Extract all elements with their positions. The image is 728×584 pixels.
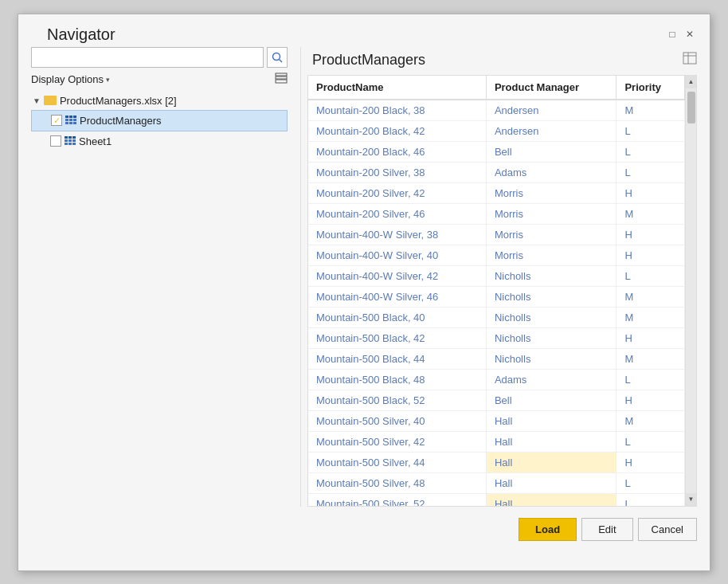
cell-manager: Adams bbox=[486, 369, 616, 390]
cell-priority: H bbox=[616, 224, 685, 245]
cell-priority: L bbox=[616, 265, 685, 286]
table-row: Mountain-400-W Silver, 38MorrisH bbox=[308, 224, 685, 245]
cell-manager: Hall bbox=[486, 452, 616, 472]
sheet1-label: Sheet1 bbox=[79, 135, 112, 147]
cell-product-name: Mountain-500 Silver, 40 bbox=[308, 410, 486, 431]
preview-title-text: ProductManagers bbox=[312, 52, 425, 69]
table-row: Mountain-500 Black, 40NichollsM bbox=[308, 307, 685, 327]
svg-rect-4 bbox=[276, 80, 287, 83]
cell-product-name: Mountain-500 Silver, 42 bbox=[308, 431, 486, 452]
svg-rect-5 bbox=[683, 53, 696, 64]
cell-product-name: Mountain-400-W Silver, 46 bbox=[308, 286, 486, 307]
cell-priority: H bbox=[616, 245, 685, 265]
view-toggle-button[interactable] bbox=[275, 73, 288, 87]
cell-manager: Andersen bbox=[486, 100, 616, 121]
cell-product-name: Mountain-500 Black, 44 bbox=[308, 348, 486, 369]
tree-item-product-managers[interactable]: ✓ bbox=[31, 110, 288, 131]
cell-priority: M bbox=[616, 286, 685, 307]
cell-product-name: Mountain-200 Silver, 46 bbox=[308, 203, 486, 224]
cell-product-name: Mountain-500 Silver, 48 bbox=[308, 472, 486, 493]
cell-manager: Andersen bbox=[486, 120, 616, 141]
cell-manager: Bell bbox=[486, 141, 616, 162]
cell-manager: Bell bbox=[486, 390, 616, 410]
cell-product-name: Mountain-500 Black, 40 bbox=[308, 307, 486, 327]
dialog-title: Navigator bbox=[47, 25, 115, 44]
svg-rect-3 bbox=[276, 76, 287, 79]
data-table: ProductName Product Manager Priority Mou… bbox=[308, 76, 685, 506]
scroll-up-button[interactable]: ▲ bbox=[686, 76, 697, 88]
cell-priority: H bbox=[616, 390, 685, 410]
preview-icon-button[interactable] bbox=[683, 52, 697, 68]
table-row: Mountain-400-W Silver, 42NichollsL bbox=[308, 265, 685, 286]
edit-button[interactable]: Edit bbox=[581, 518, 632, 541]
cell-manager: Nicholls bbox=[486, 286, 616, 307]
table-row: Mountain-500 Silver, 48HallL bbox=[308, 472, 685, 493]
table-row: Mountain-500 Black, 44NichollsM bbox=[308, 348, 685, 369]
cell-product-name: Mountain-200 Black, 38 bbox=[308, 100, 486, 121]
display-options-label: Display Options bbox=[31, 73, 104, 85]
table-row: Mountain-200 Silver, 42MorrisH bbox=[308, 182, 685, 203]
cell-product-name: Mountain-200 Silver, 38 bbox=[308, 162, 486, 182]
table-row: Mountain-400-W Silver, 46NichollsM bbox=[308, 286, 685, 307]
cell-manager: Nicholls bbox=[486, 327, 616, 348]
table-row: Mountain-200 Silver, 46MorrisM bbox=[308, 203, 685, 224]
cell-manager: Morris bbox=[486, 203, 616, 224]
table-row: Mountain-200 Silver, 38AdamsL bbox=[308, 162, 685, 182]
minimize-button[interactable]: □ bbox=[665, 27, 679, 41]
navigator-dialog: Navigator □ ✕ Display Options bbox=[18, 14, 710, 571]
table-header: ProductName Product Manager Priority bbox=[308, 76, 685, 100]
table-row: Mountain-500 Black, 42NichollsH bbox=[308, 327, 685, 348]
cell-priority: L bbox=[616, 162, 685, 182]
checkbox-sheet1[interactable] bbox=[50, 135, 61, 147]
cell-priority: L bbox=[616, 120, 685, 141]
col-product-manager: Product Manager bbox=[486, 76, 616, 100]
cell-manager: Hall bbox=[486, 431, 616, 452]
display-options-button[interactable]: Display Options ▾ bbox=[31, 73, 110, 85]
cell-product-name: Mountain-200 Black, 42 bbox=[308, 120, 486, 141]
file-name: ProductManagers.xlsx [2] bbox=[60, 95, 177, 107]
cell-priority: H bbox=[616, 182, 685, 203]
search-row bbox=[31, 47, 288, 68]
cell-manager: Hall bbox=[486, 410, 616, 431]
scroll-down-button[interactable]: ▼ bbox=[686, 493, 697, 506]
tree-container: ▼ ProductManagers.xlsx [2] ✓ bbox=[31, 92, 288, 507]
tree-item-sheet1[interactable]: Sheet1 bbox=[31, 131, 288, 151]
file-item: ▼ ProductManagers.xlsx [2] bbox=[31, 92, 288, 110]
table-row: Mountain-500 Silver, 52HallL bbox=[308, 493, 685, 506]
cell-product-name: Mountain-200 Black, 46 bbox=[308, 141, 486, 162]
cell-product-name: Mountain-500 Black, 42 bbox=[308, 327, 486, 348]
table-icon-product-managers bbox=[65, 116, 76, 125]
dialog-body: Display Options ▾ ▼ ProductManag bbox=[18, 47, 710, 507]
cell-product-name: Mountain-500 Black, 48 bbox=[308, 369, 486, 390]
search-icon[interactable] bbox=[267, 47, 288, 68]
load-button[interactable]: Load bbox=[519, 518, 577, 541]
tree-expand-arrow[interactable]: ▼ bbox=[33, 96, 41, 105]
cell-product-name: Mountain-400-W Silver, 42 bbox=[308, 265, 486, 286]
search-input[interactable] bbox=[31, 47, 264, 68]
cell-priority: M bbox=[616, 348, 685, 369]
data-table-wrapper: ProductName Product Manager Priority Mou… bbox=[307, 75, 697, 507]
right-panel: ProductManagers ProductName bbox=[307, 47, 697, 507]
cell-priority: L bbox=[616, 472, 685, 493]
cell-priority: L bbox=[616, 141, 685, 162]
scroll-track[interactable] bbox=[686, 88, 697, 493]
table-row: Mountain-500 Black, 52BellH bbox=[308, 390, 685, 410]
cell-priority: H bbox=[616, 452, 685, 472]
cell-product-name: Mountain-400-W Silver, 38 bbox=[308, 224, 486, 245]
preview-header: ProductManagers bbox=[307, 47, 697, 75]
vertical-divider bbox=[300, 47, 301, 507]
table-row: Mountain-200 Black, 38AndersenM bbox=[308, 100, 685, 121]
cell-manager: Hall bbox=[486, 493, 616, 506]
cell-priority: M bbox=[616, 410, 685, 431]
title-bar-buttons: □ ✕ bbox=[665, 27, 697, 41]
cell-manager: Adams bbox=[486, 162, 616, 182]
scroll-thumb[interactable] bbox=[687, 92, 695, 123]
table-row: Mountain-500 Silver, 40HallM bbox=[308, 410, 685, 431]
cell-product-name: Mountain-400-W Silver, 40 bbox=[308, 245, 486, 265]
cell-product-name: Mountain-500 Black, 52 bbox=[308, 390, 486, 410]
close-button[interactable]: ✕ bbox=[683, 27, 697, 41]
cell-priority: L bbox=[616, 493, 685, 506]
cancel-button[interactable]: Cancel bbox=[638, 518, 697, 541]
scrollbar[interactable]: ▲ ▼ bbox=[685, 76, 696, 506]
checkbox-product-managers[interactable]: ✓ bbox=[51, 115, 62, 126]
